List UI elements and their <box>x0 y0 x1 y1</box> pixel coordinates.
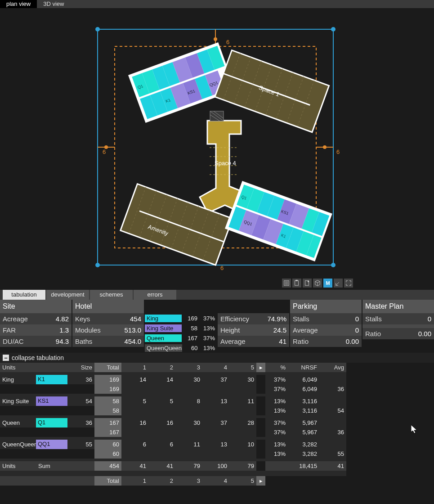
lower-tabs: tabulation development schemes errors <box>0 290 434 300</box>
summary-metrics: . Efficiency74.9% Height24.5 Average41 <box>218 300 289 353</box>
btn-pin-icon[interactable] <box>303 279 312 288</box>
svg-rect-98 <box>295 280 297 281</box>
svg-rect-97 <box>295 281 299 286</box>
mix-swatch: QueenQueen <box>145 344 182 352</box>
svg-point-13 <box>323 145 327 149</box>
summary-hotel-title: Hotel <box>72 300 144 313</box>
svg-text:6: 6 <box>336 148 340 155</box>
svg-marker-106 <box>411 425 417 433</box>
plan-viewport[interactable]: 6 6 6 6 Q1 K1 KS1 QQ1 <box>0 8 434 290</box>
btn-fullscreen-icon[interactable] <box>344 279 353 288</box>
svg-point-100 <box>308 281 309 283</box>
summary-master: Master Plan Stalls0 Ratio0.00 <box>362 300 434 353</box>
summary-site-title: Site <box>0 300 72 313</box>
mix-swatch: King <box>145 315 182 322</box>
viewport-toolbar: M <box>282 279 353 288</box>
mix-swatch: Queen <box>145 334 182 342</box>
floorplan-svg[interactable]: 6 6 6 6 Q1 K1 KS1 QQ1 <box>0 8 434 290</box>
btn-mode-m[interactable]: M <box>323 279 332 288</box>
summary-mix: . King16937%King Suite5813%Queen16737%Qu… <box>145 300 217 353</box>
tab-errors[interactable]: errors <box>134 290 176 300</box>
tab-plan-view[interactable]: plan view <box>0 0 37 8</box>
scroll-right-button[interactable]: ▸ <box>256 363 265 372</box>
tab-tabulation[interactable]: tabulation <box>3 290 45 300</box>
btn-list-icon[interactable] <box>282 279 291 288</box>
summary-hotel: Hotel Keys454 Modules513.0 Baths454.0 <box>72 300 144 353</box>
collapse-label: collapse tabulation <box>12 354 64 361</box>
svg-line-105 <box>336 282 339 285</box>
svg-line-102 <box>315 282 318 283</box>
svg-text:6: 6 <box>220 265 224 271</box>
btn-dimension-icon[interactable] <box>334 279 343 288</box>
tabulation-table: UnitsSizeTotal12345▸%NRSFAvgKingK1361691… <box>0 363 434 486</box>
svg-line-103 <box>318 282 320 283</box>
cursor-icon <box>411 425 419 435</box>
svg-text:6: 6 <box>103 148 106 155</box>
view-tabs: plan view 3D view <box>0 0 434 8</box>
summary-panel: Site Acreage4.82 FAR1.3 DU/AC94.3 Hotel … <box>0 300 434 353</box>
btn-cube-icon[interactable] <box>313 279 322 288</box>
svg-point-1 <box>95 27 100 32</box>
svg-point-4 <box>331 263 336 267</box>
svg-point-2 <box>331 27 336 32</box>
summary-site: Site Acreage4.82 FAR1.3 DU/AC94.3 <box>0 300 72 353</box>
svg-text:Space 4: Space 4 <box>215 160 236 166</box>
svg-text:6: 6 <box>226 39 229 45</box>
collapse-bar: − collapse tabulation <box>0 353 434 363</box>
scroll-right-button-2[interactable]: ▸ <box>256 476 265 486</box>
tab-development[interactable]: development <box>46 290 89 300</box>
summary-parking: Parking Stalls0 Average0 Ratio0.00 <box>290 300 362 353</box>
mix-swatch: King Suite <box>145 324 182 332</box>
btn-clipboard-icon[interactable] <box>292 279 301 288</box>
svg-point-3 <box>95 263 100 267</box>
svg-point-10 <box>214 37 217 41</box>
tab-schemes[interactable]: schemes <box>90 290 133 300</box>
collapse-button[interactable]: − <box>3 355 9 361</box>
tab-3d-view[interactable]: 3D view <box>37 0 70 8</box>
